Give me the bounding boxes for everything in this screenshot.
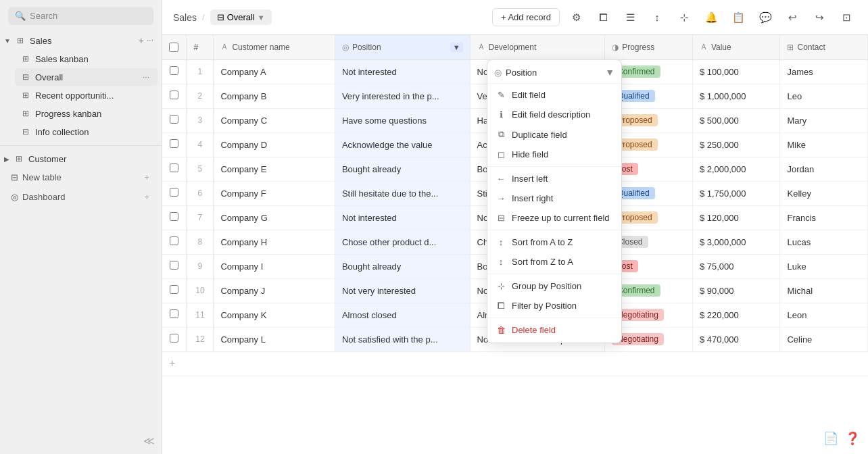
cell-position[interactable]: Not interested xyxy=(335,205,470,230)
row-checkbox[interactable] xyxy=(162,181,187,205)
cell-value[interactable]: $ 220,000 xyxy=(692,303,780,327)
cell-position[interactable]: Have some questions xyxy=(335,108,470,132)
group-icon[interactable]: ⊹ xyxy=(673,7,695,28)
cell-contact[interactable]: Francis xyxy=(780,205,868,230)
alarm-icon[interactable]: 🔔 xyxy=(700,7,722,28)
menu-item-delete[interactable]: 🗑 Delete field xyxy=(487,320,621,340)
help-icon[interactable]: ❓ xyxy=(845,431,860,446)
sidebar-toggle-icon[interactable]: ≪ xyxy=(143,434,155,447)
dashboard-button[interactable]: ◎ Dashboard + xyxy=(4,188,158,205)
cell-position[interactable]: Still hesitate due to the... xyxy=(335,181,470,205)
cell-position[interactable]: Not satisfied with the p... xyxy=(335,327,470,351)
checkbox-header[interactable] xyxy=(162,35,187,59)
cell-customer[interactable]: Company L xyxy=(214,327,335,351)
cell-customer[interactable]: Company H xyxy=(214,230,335,254)
cell-value[interactable]: $ 100,000 xyxy=(692,59,780,84)
add-dashboard-icon[interactable]: + xyxy=(144,192,149,202)
view-icon[interactable]: ☰ xyxy=(619,7,641,28)
cell-contact[interactable]: Leon xyxy=(780,303,868,327)
cell-value[interactable]: $ 2,000,000 xyxy=(692,157,780,181)
add-record-button[interactable]: + Add record xyxy=(492,8,560,26)
sidebar-item-progress-kanban[interactable]: ⊞ Progress kanban xyxy=(15,105,158,122)
cell-contact[interactable]: Leo xyxy=(780,84,868,108)
row-checkbox[interactable] xyxy=(162,278,187,303)
cell-contact[interactable]: Celine xyxy=(780,327,868,351)
menu-item-freeze[interactable]: ⊟ Freeze up to current field xyxy=(487,208,621,228)
cell-customer[interactable]: Company A xyxy=(214,59,335,84)
doc-icon[interactable]: 📄 xyxy=(823,431,838,446)
sidebar-item-overall[interactable]: ⊟ Overall ··· xyxy=(15,68,158,86)
row-checkbox[interactable] xyxy=(162,254,187,278)
cell-value[interactable]: $ 3,000,000 xyxy=(692,230,780,254)
filter-icon[interactable]: ⧠ xyxy=(592,7,614,28)
note-icon[interactable]: 📋 xyxy=(727,7,749,28)
item-more-icon[interactable]: ··· xyxy=(143,72,149,82)
row-checkbox[interactable] xyxy=(162,157,187,181)
cell-customer[interactable]: Company J xyxy=(214,278,335,303)
menu-item-sort-az[interactable]: ↕ Sort from A to Z xyxy=(487,232,621,252)
cell-contact[interactable]: Mary xyxy=(780,108,868,132)
add-row-button[interactable]: + xyxy=(162,352,868,376)
cell-customer[interactable]: Company G xyxy=(214,205,335,230)
sidebar-group-customer[interactable]: ▶ ⊞ Customer xyxy=(0,150,162,168)
cell-value[interactable]: $ 75,000 xyxy=(692,254,780,278)
menu-item-edit-description[interactable]: ℹ Edit field description xyxy=(487,105,621,124)
cell-position[interactable]: Acknowledge the value xyxy=(335,132,470,157)
cell-value[interactable]: $ 1,750,000 xyxy=(692,181,780,205)
cell-position[interactable]: Chose other product d... xyxy=(335,230,470,254)
cell-value[interactable]: $ 250,000 xyxy=(692,132,780,157)
value-header[interactable]: Ａ Value xyxy=(692,35,780,59)
cell-customer[interactable]: Company B xyxy=(214,84,335,108)
cell-position[interactable]: Very interested in the p... xyxy=(335,84,470,108)
cell-position[interactable]: Not interested xyxy=(335,59,470,84)
sidebar-item-info-collection[interactable]: ⊟ Info collection xyxy=(15,123,158,141)
add-table-icon[interactable]: + xyxy=(144,172,149,182)
menu-item-sort-za[interactable]: ↕ Sort from Z to A xyxy=(487,252,621,272)
cell-contact[interactable]: Mike xyxy=(780,132,868,157)
row-checkbox[interactable] xyxy=(162,205,187,230)
new-table-button[interactable]: ⊟ New table + xyxy=(4,169,158,186)
progress-header[interactable]: ◑ Progress xyxy=(605,35,693,59)
cell-customer[interactable]: Company F xyxy=(214,181,335,205)
undo-icon[interactable]: ↩ xyxy=(781,7,803,28)
position-header[interactable]: ◎ Position ▼ xyxy=(335,35,470,59)
cell-customer[interactable]: Company C xyxy=(214,108,335,132)
cell-value[interactable]: $ 470,000 xyxy=(692,327,780,351)
menu-item-edit-field[interactable]: ✎ Edit field xyxy=(487,85,621,105)
cell-value[interactable]: $ 1,000,000 xyxy=(692,84,780,108)
cell-contact[interactable]: Jordan xyxy=(780,157,868,181)
column-menu-chevron[interactable]: ▼ xyxy=(450,43,463,52)
topbar-tab-overall[interactable]: ⊟ Overall ▼ xyxy=(210,9,272,25)
redo-icon[interactable]: ↪ xyxy=(809,7,830,28)
menu-item-hide[interactable]: ◻ Hide field xyxy=(487,145,621,164)
cell-value[interactable]: $ 120,000 xyxy=(692,205,780,230)
cell-customer[interactable]: Company I xyxy=(214,254,335,278)
cell-position[interactable]: Not very interested xyxy=(335,278,470,303)
cell-customer[interactable]: Company E xyxy=(214,157,335,181)
menu-item-insert-right[interactable]: → Insert right xyxy=(487,188,621,208)
customer-name-header[interactable]: Ａ Customer name xyxy=(214,35,335,59)
contact-header[interactable]: ⊞ Contact xyxy=(780,35,868,59)
row-checkbox[interactable] xyxy=(162,132,187,157)
more-icon[interactable]: ··· xyxy=(147,35,153,46)
menu-item-group[interactable]: ⊹ Group by Position xyxy=(487,276,621,296)
row-checkbox[interactable] xyxy=(162,59,187,84)
menu-item-filter[interactable]: ⧠ Filter by Position xyxy=(487,296,621,316)
row-checkbox[interactable] xyxy=(162,108,187,132)
cell-position[interactable]: Bought already xyxy=(335,254,470,278)
row-checkbox[interactable] xyxy=(162,327,187,351)
sidebar-item-sales-kanban[interactable]: ⊞ Sales kanban xyxy=(15,50,158,68)
cell-contact[interactable]: Michal xyxy=(780,278,868,303)
sort-icon[interactable]: ↕ xyxy=(646,7,668,28)
cell-position[interactable]: Bought already xyxy=(335,157,470,181)
search-box[interactable]: 🔍 Search xyxy=(8,7,153,25)
sidebar-group-sales[interactable]: ▼ ⊞ Sales + ··· xyxy=(0,32,162,49)
expand-icon[interactable]: ⊡ xyxy=(836,7,857,28)
sidebar-item-recent[interactable]: ⊞ Recent opportuniti... xyxy=(15,86,158,104)
cell-position[interactable]: Almost closed xyxy=(335,303,470,327)
cell-contact[interactable]: Lucas xyxy=(780,230,868,254)
settings-icon[interactable]: ⚙ xyxy=(565,7,587,28)
cell-contact[interactable]: Luke xyxy=(780,254,868,278)
menu-item-insert-left[interactable]: ← Insert left xyxy=(487,169,621,188)
row-checkbox[interactable] xyxy=(162,84,187,108)
